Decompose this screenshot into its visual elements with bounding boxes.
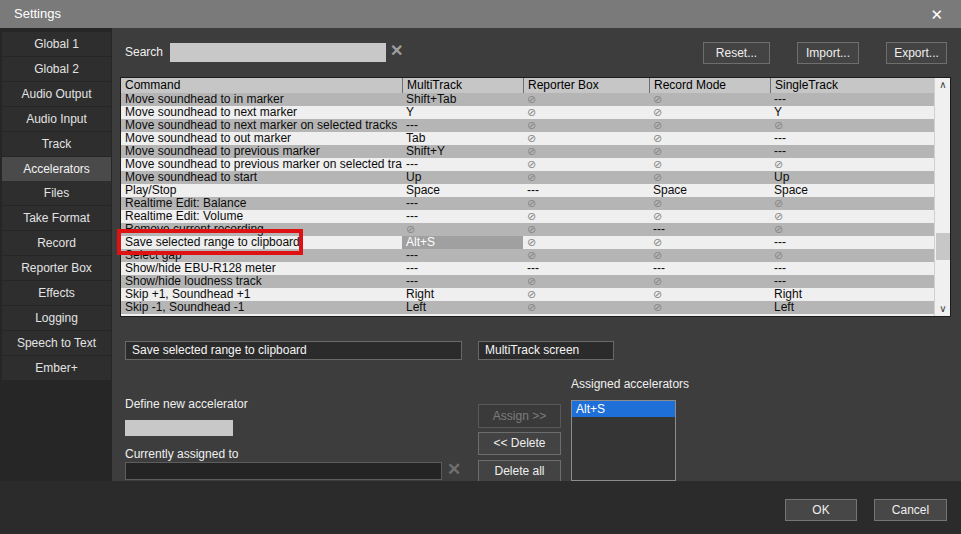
cell-multitrack[interactable]: Up — [402, 171, 523, 184]
assigned-accelerator-item[interactable]: Alt+S — [572, 401, 675, 417]
cell-singletrack[interactable]: Left — [770, 301, 934, 314]
sidebar-item-track[interactable]: Track — [2, 132, 111, 156]
cell-command[interactable]: Move soundhead to in marker — [121, 93, 402, 106]
cell-record-mode[interactable]: ⊘ — [649, 93, 770, 106]
cell-singletrack[interactable]: ⊘ — [770, 249, 934, 262]
sidebar-item-effects[interactable]: Effects — [2, 281, 111, 305]
cell-reporter-box[interactable]: ⊘ — [523, 145, 649, 158]
cell-record-mode[interactable]: ⊘ — [649, 145, 770, 158]
cell-command[interactable]: Move soundhead to start — [121, 171, 402, 184]
sidebar-item-take-format[interactable]: Take Format — [2, 206, 111, 230]
column-header-reporter-box[interactable]: Reporter Box — [523, 78, 649, 93]
cell-record-mode[interactable]: ⊘ — [649, 106, 770, 119]
cell-record-mode[interactable]: ⊘ — [649, 249, 770, 262]
cell-reporter-box[interactable]: ⊘ — [523, 301, 649, 314]
search-clear-icon[interactable]: ✕ — [390, 41, 403, 60]
cell-reporter-box[interactable]: ⊘ — [523, 249, 649, 262]
sidebar-item-accelerators[interactable]: Accelerators — [2, 157, 111, 181]
delete-all-button[interactable]: Delete all — [478, 460, 561, 482]
column-header-command[interactable]: Command — [121, 78, 402, 93]
cell-record-mode[interactable]: ⊘ — [649, 132, 770, 145]
sidebar-item-reporter-box[interactable]: Reporter Box — [2, 256, 111, 280]
delete-button[interactable]: << Delete — [478, 432, 561, 455]
cell-multitrack[interactable]: --- — [402, 119, 523, 132]
cell-record-mode[interactable]: ⊘ — [649, 158, 770, 171]
cell-reporter-box[interactable]: ⊘ — [523, 132, 649, 145]
cell-singletrack[interactable]: Up — [770, 171, 934, 184]
table-row[interactable]: Realtime Edit: Balance---⊘⊘⊘ — [121, 197, 950, 210]
sidebar-item-speech-to-text[interactable]: Speech to Text — [2, 331, 111, 355]
cell-command[interactable]: Show/hide EBU-R128 meter — [121, 262, 402, 275]
table-row[interactable]: Skip +1, Soundhead +1Right⊘⊘Right — [121, 288, 950, 301]
cell-multitrack[interactable]: --- — [402, 210, 523, 223]
cell-multitrack[interactable]: --- — [402, 262, 523, 275]
search-input[interactable] — [170, 43, 386, 62]
currently-assigned-input[interactable] — [125, 462, 442, 480]
cell-singletrack[interactable]: --- — [770, 132, 934, 145]
assign-button[interactable]: Assign >> — [478, 404, 561, 428]
cell-command[interactable]: Show/hide loudness track — [121, 275, 402, 288]
cell-record-mode[interactable]: ⊘ — [649, 171, 770, 184]
table-row[interactable]: Move soundhead to previous markerShift+Y… — [121, 145, 950, 158]
table-row[interactable]: Move soundhead to next markerY⊘⊘Y — [121, 106, 950, 119]
cell-command[interactable]: Play/Stop — [121, 184, 402, 197]
cell-reporter-box[interactable]: ⊘ — [523, 93, 649, 106]
table-row[interactable]: Move soundhead to previous marker on sel… — [121, 158, 950, 171]
table-row[interactable]: Remove current recording⊘⊘---⊘ — [121, 223, 950, 236]
cell-record-mode[interactable]: ⊘ — [649, 197, 770, 210]
cell-record-mode[interactable]: ⊘ — [649, 275, 770, 288]
assigned-accelerators-list[interactable]: Alt+S — [571, 400, 676, 481]
cell-record-mode[interactable]: ⊘ — [649, 301, 770, 314]
cell-multitrack[interactable]: Space — [402, 184, 523, 197]
cell-singletrack[interactable]: --- — [770, 145, 934, 158]
cell-command[interactable]: Select gap — [121, 249, 402, 262]
table-row[interactable]: Show/hide loudness track---⊘⊘--- — [121, 275, 950, 288]
reset-button[interactable]: Reset... — [703, 42, 770, 64]
new-accelerator-input[interactable] — [125, 420, 233, 436]
cell-singletrack[interactable]: --- — [770, 93, 934, 106]
cell-record-mode[interactable]: ⊘ — [649, 288, 770, 301]
cell-singletrack[interactable]: ⊘ — [770, 210, 934, 223]
sidebar-item-global-1[interactable]: Global 1 — [2, 32, 111, 56]
close-icon[interactable]: ✕ — [924, 4, 949, 26]
table-row[interactable]: Play/StopSpace---SpaceSpace — [121, 184, 950, 197]
cell-record-mode[interactable]: ⊘ — [649, 119, 770, 132]
cell-reporter-box[interactable]: ⊘ — [523, 275, 649, 288]
cell-singletrack[interactable]: ⊘ — [770, 197, 934, 210]
table-row[interactable]: Save selected range to clipboardAlt+S⊘⊘-… — [121, 236, 950, 249]
table-row[interactable]: Move soundhead to in markerShift+Tab⊘⊘--… — [121, 93, 950, 106]
sidebar-item-global-2[interactable]: Global 2 — [2, 57, 111, 81]
column-header-multitrack[interactable]: MultiTrack — [402, 78, 523, 93]
scroll-up-icon[interactable]: ∧ — [935, 78, 951, 92]
table-row[interactable]: Move soundhead to next marker on selecte… — [121, 119, 950, 132]
column-header-singletrack[interactable]: SingleTrack — [770, 78, 934, 93]
scroll-down-icon[interactable]: ∨ — [935, 302, 951, 316]
sidebar-item-audio-output[interactable]: Audio Output — [2, 82, 111, 106]
table-row[interactable]: Skip -1, Soundhead -1Left⊘⊘Left — [121, 301, 950, 314]
cell-multitrack[interactable]: --- — [402, 158, 523, 171]
scrollbar-thumb[interactable] — [936, 233, 950, 260]
cell-multitrack[interactable]: --- — [402, 249, 523, 262]
export-button[interactable]: Export... — [886, 42, 947, 64]
cell-singletrack[interactable]: ⊘ — [770, 223, 934, 236]
cancel-button[interactable]: Cancel — [874, 499, 947, 521]
cell-command[interactable]: Move soundhead to next marker on selecte… — [121, 119, 402, 132]
table-row[interactable]: Move soundhead to out markerTab⊘⊘--- — [121, 132, 950, 145]
cell-singletrack[interactable]: Space — [770, 184, 934, 197]
cell-multitrack[interactable]: Alt+S — [402, 236, 523, 249]
cell-singletrack[interactable]: --- — [770, 236, 934, 249]
cell-reporter-box[interactable]: ⊘ — [523, 210, 649, 223]
cell-multitrack[interactable]: Right — [402, 288, 523, 301]
cell-reporter-box[interactable]: --- — [523, 262, 649, 275]
cell-command[interactable]: Realtime Edit: Balance — [121, 197, 402, 210]
cell-command[interactable]: Move soundhead to previous marker on sel… — [121, 158, 402, 171]
column-header-record-mode[interactable]: Record Mode — [649, 78, 770, 93]
sidebar-item-ember-[interactable]: Ember+ — [2, 356, 111, 380]
cell-record-mode[interactable]: --- — [649, 262, 770, 275]
table-row[interactable]: Show/hide EBU-R128 meter------------ — [121, 262, 950, 275]
cell-reporter-box[interactable]: ⊘ — [523, 236, 649, 249]
cell-singletrack[interactable]: ⊘ — [770, 158, 934, 171]
cell-command[interactable]: Realtime Edit: Volume — [121, 210, 402, 223]
cell-record-mode[interactable]: ⊘ — [649, 236, 770, 249]
table-row[interactable]: Select gap---⊘⊘⊘ — [121, 249, 950, 262]
